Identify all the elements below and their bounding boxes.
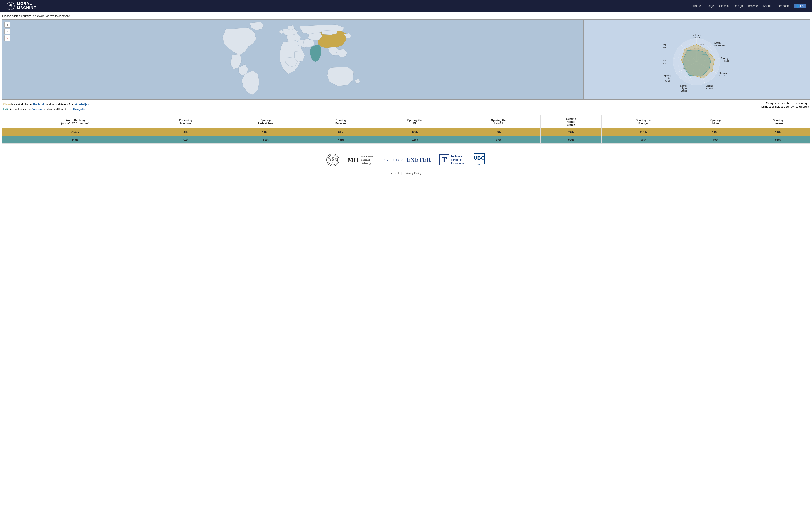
radar-label-bottom-left2b: the: [668, 77, 671, 79]
nav-design[interactable]: Design: [734, 4, 743, 8]
china-inaction: 6th: [148, 128, 223, 136]
china-link[interactable]: China: [3, 103, 11, 106]
instruction-text: Please click a country to explore, or tw…: [2, 14, 810, 18]
china-country-cell: China: [2, 128, 148, 136]
nav-about[interactable]: About: [763, 4, 771, 8]
col-header-fit: Sparing theFit: [373, 115, 457, 128]
india-more: 79th: [685, 136, 746, 144]
radar-label-top-right2: Pedestrians: [714, 44, 725, 47]
gray-area-note: The gray area is the world average.: [761, 102, 809, 105]
india-inaction: 41st: [148, 136, 223, 144]
china-pedestrians: 116th: [223, 128, 308, 136]
india-higher: 87th: [541, 136, 601, 144]
radar-chart-container: Preferring Inaction Sparing Pedestrians …: [583, 20, 810, 100]
nav-judge[interactable]: Judge: [706, 4, 714, 8]
azerbaijan-link[interactable]: Azerbaijan: [75, 103, 89, 106]
map-chart-row: + − ✕: [2, 19, 810, 100]
india-diff-text: , and most different from: [43, 108, 73, 111]
privacy-link[interactable]: Privacy Policy: [405, 172, 422, 175]
radar-label-left: Sparing: [663, 59, 666, 62]
similarity-left: China is most similar to Thailand , and …: [3, 102, 89, 112]
radar-label-bottom-right1: Sparing: [719, 72, 726, 74]
china-females: 61st: [308, 128, 373, 136]
logo-mit: MIT Massachusetts Institute of Technolog…: [348, 155, 373, 165]
radar-label-left2: More: [663, 62, 666, 64]
logo-exeter: UNIVERSITY OF EXETER: [382, 157, 431, 163]
radar-chart-svg: Preferring Inaction Sparing Pedestrians …: [663, 24, 730, 96]
radar-label-bottom-left2c: Younger: [664, 80, 672, 82]
china-younger: 115th: [601, 128, 685, 136]
nav-home[interactable]: Home: [693, 4, 701, 8]
india-younger: 99th: [601, 136, 685, 144]
china-higher: 74th: [541, 128, 601, 136]
col-header-humans: SparingHumans: [746, 115, 810, 128]
radar-label-top-left2: Humans: [663, 46, 666, 48]
radar-label-bottom-left1c: Status: [681, 90, 687, 92]
main-content: Please click a country to explore, or tw…: [0, 12, 812, 177]
col-header-females: SparingFemales: [308, 115, 373, 128]
radar-label-top: Preferring: [692, 34, 701, 36]
world-map-svg[interactable]: [2, 20, 583, 100]
radar-label-bottom-left1b: Higher: [681, 87, 687, 90]
col-header-inaction: PreferringInaction: [148, 115, 223, 128]
china-lawful: 9th: [457, 128, 541, 136]
similarity-right: The gray area is the world average. Chin…: [761, 102, 809, 108]
svg-text:⚙: ⚙: [332, 158, 334, 161]
india-similarity-line: India is most similar to Sweden , and mo…: [3, 107, 89, 112]
nav-feedback[interactable]: Feedback: [776, 4, 789, 8]
imprint-link[interactable]: Imprint: [390, 172, 399, 175]
logo-ubc: UBC UBC: [473, 152, 486, 168]
footer-logos: MAX-PLANCK GESELLSCHAFT ⚙ MIT Massachuse…: [2, 148, 810, 170]
thailand-link[interactable]: Thailand: [33, 103, 44, 106]
china-similar-text: is most similar to: [11, 103, 33, 106]
svg-text:UBC: UBC: [474, 155, 485, 161]
map-zoom-controls: + − ✕: [4, 22, 10, 41]
svg-text:⚙: ⚙: [9, 3, 12, 8]
radar-label-right2: Females: [721, 60, 729, 62]
india-fit: 92nd: [373, 136, 457, 144]
india-females: 43rd: [308, 136, 373, 144]
col-header-higher: SparingHigherStatus: [541, 115, 601, 128]
india-link[interactable]: India: [3, 108, 9, 111]
logo-text: MORAL MACHINE: [17, 2, 36, 10]
language-button[interactable]: 🌐 En: [794, 4, 806, 8]
similarity-row: China is most similar to Thailand , and …: [2, 102, 810, 112]
radar-label-bottom-right1b: the Fit: [719, 74, 725, 77]
sweden-link[interactable]: Sweden: [31, 108, 42, 111]
mongolia-link[interactable]: Mongolia: [73, 108, 85, 111]
logo-mpg: MAX-PLANCK GESELLSCHAFT ⚙: [326, 154, 339, 166]
china-similarity-line: China is most similar to Thailand , and …: [3, 102, 89, 107]
col-header-younger: Sparing theYounger: [601, 115, 685, 128]
zoom-out-button[interactable]: −: [4, 29, 10, 35]
nav-classic[interactable]: Classic: [719, 4, 729, 8]
col-header-ranking: World Ranking(out of 117 Countries): [2, 115, 148, 128]
radar-label-bottom-right2b: the Lawful: [705, 87, 714, 90]
radar-avg-label: Average: [700, 53, 707, 55]
india-country-cell: India: [2, 136, 148, 144]
col-header-lawful: Sparing theLawful: [457, 115, 541, 128]
china-diff-text: , and most different from: [45, 103, 75, 106]
radar-label-bottom-left1: Sparing: [680, 85, 688, 87]
logo-area[interactable]: ⚙ MORAL MACHINE: [6, 2, 36, 10]
col-header-more: SparingMore: [685, 115, 746, 128]
zoom-reset-button[interactable]: ✕: [4, 35, 10, 41]
svg-text:UBC: UBC: [477, 164, 481, 166]
china-more: 113th: [685, 128, 746, 136]
radar-label-right: Sparing: [721, 57, 728, 60]
india-similar-text: is most similar to: [10, 108, 31, 111]
exeter-name: EXETER: [407, 157, 431, 163]
china-fit: 85th: [373, 128, 457, 136]
exeter-university-of: UNIVERSITY OF: [382, 159, 405, 161]
footer-separator: |: [401, 172, 402, 175]
table-row-india: India 41st 51st 43rd 92nd 97th 87th 99th…: [2, 136, 810, 144]
col-header-pedestrians: SparingPedestrians: [223, 115, 308, 128]
map-container[interactable]: + − ✕: [2, 20, 583, 100]
nav: Home Judge Classic Design Browse About F…: [693, 4, 806, 8]
india-humans: 81st: [746, 136, 810, 144]
tse-icon: T: [440, 155, 449, 165]
ubc-crest: UBC UBC: [473, 152, 486, 168]
table-header-row: World Ranking(out of 117 Countries) Pref…: [2, 115, 810, 128]
zoom-in-button[interactable]: +: [4, 22, 10, 28]
nav-browse[interactable]: Browse: [748, 4, 758, 8]
comparison-note: China and India are somewhat different: [761, 105, 809, 108]
